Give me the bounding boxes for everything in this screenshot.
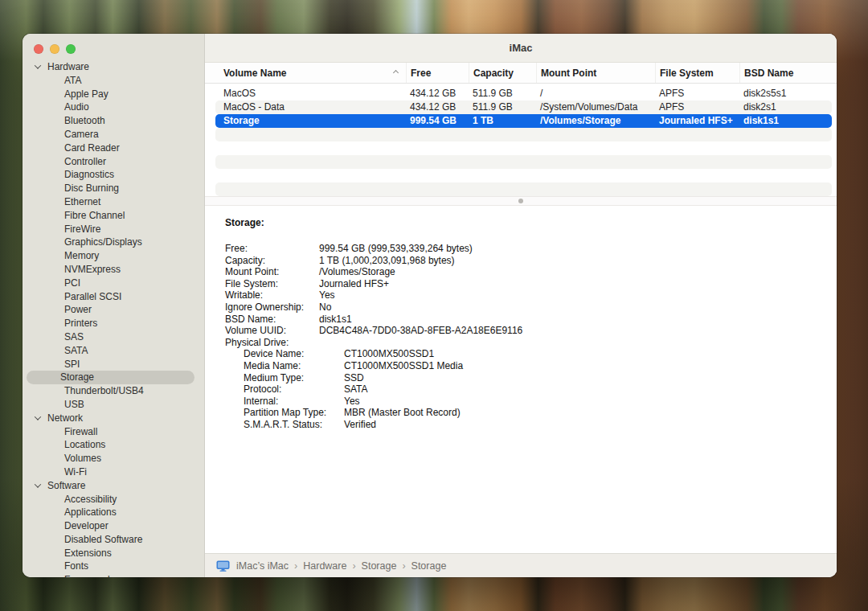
detail-row-protocol: Protocol:SATA xyxy=(244,383,821,396)
sidebar-item-diagnostics[interactable]: Diagnostics xyxy=(27,168,194,182)
detail-label: Mount Point: xyxy=(225,266,319,278)
column-header-bsd-name[interactable]: BSD Name xyxy=(739,63,832,83)
sidebar-item-frameworks[interactable]: Frameworks xyxy=(27,573,194,577)
sidebar-item-ata[interactable]: ATA xyxy=(27,74,194,88)
table-empty-row xyxy=(215,141,832,155)
column-header-free[interactable]: Free xyxy=(406,63,469,83)
chevron-down-icon xyxy=(35,413,41,420)
sidebar-item-disc-burning[interactable]: Disc Burning xyxy=(27,182,194,195)
sidebar-item-firewire[interactable]: FireWire xyxy=(27,223,194,236)
column-header-label: Mount Point xyxy=(541,68,596,79)
sidebar-item-firewall[interactable]: Firewall xyxy=(27,425,194,439)
sidebar-item-locations[interactable]: Locations xyxy=(27,438,194,452)
sidebar-item-sas[interactable]: SAS xyxy=(27,330,194,344)
detail-value: /Volumes/Storage xyxy=(319,266,395,278)
detail-row-writable: Writable:Yes xyxy=(225,289,821,301)
breadcrumb-item-imac-s-imac[interactable]: iMac’s iMac xyxy=(236,560,289,572)
zoom-button[interactable] xyxy=(66,44,76,54)
cell-capacity: 511.9 GB xyxy=(469,87,536,100)
sidebar-item-camera[interactable]: Camera xyxy=(27,128,194,141)
sidebar-item-controller[interactable]: Controller xyxy=(27,155,194,169)
pane-splitter[interactable] xyxy=(205,196,837,206)
sidebar-item-memory[interactable]: Memory xyxy=(27,249,194,263)
close-button[interactable] xyxy=(34,44,43,54)
detail-label: File System: xyxy=(225,278,319,290)
detail-label: Internal: xyxy=(244,396,344,408)
detail-label: Media Name: xyxy=(244,360,344,372)
sidebar-item-power[interactable]: Power xyxy=(27,303,194,317)
minimize-button[interactable] xyxy=(50,44,59,54)
detail-label: Volume UUID: xyxy=(225,325,319,337)
sidebar-item-storage[interactable]: Storage xyxy=(27,371,194,384)
cell-volume: MacOS - Data xyxy=(215,100,406,114)
breadcrumb-separator: › xyxy=(352,560,355,572)
sidebar-item-volumes[interactable]: Volumes xyxy=(27,452,194,465)
details-field-list: Free:999.54 GB (999,539,339,264 bytes)Ca… xyxy=(225,243,821,431)
detail-value: SATA xyxy=(344,383,368,396)
status-bar: iMac’s iMac›Hardware›Storage›Storage xyxy=(205,553,837,577)
volume-table-body: MacOS434.12 GB511.9 GB/APFSdisk2s5s1MacO… xyxy=(205,84,837,196)
sidebar-item-applications[interactable]: Applications xyxy=(27,506,194,519)
breadcrumb-separator: › xyxy=(402,560,405,572)
column-header-mount-point[interactable]: Mount Point xyxy=(536,63,655,83)
sidebar-item-spi[interactable]: SPI xyxy=(27,358,194,371)
sidebar-item-bluetooth[interactable]: Bluetooth xyxy=(27,114,194,128)
sidebar-item-sata[interactable]: SATA xyxy=(27,344,194,358)
sidebar-item-wi-fi[interactable]: Wi-Fi xyxy=(27,465,194,479)
sidebar-item-disabled-software[interactable]: Disabled Software xyxy=(27,533,194,547)
sidebar-item-printers[interactable]: Printers xyxy=(27,317,194,330)
detail-label: S.M.A.R.T. Status: xyxy=(244,419,344,431)
sidebar-item-card-reader[interactable]: Card Reader xyxy=(27,141,194,155)
cell-capacity: 511.9 GB xyxy=(469,100,536,114)
sidebar-item-pci[interactable]: PCI xyxy=(27,277,194,290)
sidebar-section-label: Network xyxy=(47,411,83,424)
sidebar-section-network[interactable]: Network xyxy=(23,412,204,425)
sidebar-item-accessibility[interactable]: Accessibility xyxy=(27,493,194,506)
sidebar-item-usb[interactable]: USB xyxy=(27,398,194,412)
cell-mount: /Volumes/Storage xyxy=(536,114,655,128)
detail-row-ignore-ownership: Ignore Ownership:No xyxy=(225,301,821,314)
breadcrumb-item-hardware[interactable]: Hardware xyxy=(303,560,346,572)
computer-icon xyxy=(216,560,230,572)
sidebar-section-hardware[interactable]: Hardware xyxy=(23,60,204,74)
detail-row-bsd-name: BSD Name:disk1s1 xyxy=(225,314,821,326)
detail-value: 1 TB (1,000,203,091,968 bytes) xyxy=(319,255,455,267)
breadcrumb-item-storage[interactable]: Storage xyxy=(411,560,447,572)
system-information-window: HardwareATAApple PayAudioBluetoothCamera… xyxy=(23,34,837,577)
detail-label: Free: xyxy=(225,243,319,255)
table-row-macos-data[interactable]: MacOS - Data434.12 GB511.9 GB/System/Vol… xyxy=(215,100,832,114)
detail-label: Ignore Ownership: xyxy=(225,301,319,314)
sidebar-item-extensions[interactable]: Extensions xyxy=(27,547,194,560)
sidebar-section-software[interactable]: Software xyxy=(23,479,204,493)
detail-label: Device Name: xyxy=(244,348,344,360)
detail-value: Verified xyxy=(344,419,376,431)
table-row-macos[interactable]: MacOS434.12 GB511.9 GB/APFSdisk2s5s1 xyxy=(215,87,832,100)
column-header-file-system[interactable]: File System xyxy=(655,63,739,83)
column-header-volume-name[interactable]: Volume Name xyxy=(215,63,406,83)
table-row-storage[interactable]: Storage999.54 GB1 TB/Volumes/StorageJour… xyxy=(215,114,832,128)
sidebar-item-apple-pay[interactable]: Apple Pay xyxy=(27,88,194,101)
detail-row-internal: Internal:Yes xyxy=(244,396,821,408)
desktop-background: { "window": { "title": "iMac" }, "sideba… xyxy=(0,0,868,611)
cell-bsd: disk2s5s1 xyxy=(739,87,832,100)
sidebar-item-thunderbolt-usb4[interactable]: Thunderbolt/USB4 xyxy=(27,384,194,398)
sidebar-item-fonts[interactable]: Fonts xyxy=(27,560,194,573)
sidebar-item-graphics-displays[interactable]: Graphics/Displays xyxy=(27,236,194,249)
breadcrumb-item-storage[interactable]: Storage xyxy=(362,560,397,572)
sidebar-item-developer[interactable]: Developer xyxy=(27,519,194,533)
sidebar-item-fibre-channel[interactable]: Fibre Channel xyxy=(27,209,194,223)
sidebar-item-nvmexpress[interactable]: NVMExpress xyxy=(27,263,194,277)
sidebar-item-ethernet[interactable]: Ethernet xyxy=(27,195,194,209)
detail-label: Protocol: xyxy=(244,383,344,396)
sidebar-item-parallel-scsi[interactable]: Parallel SCSI xyxy=(27,290,194,304)
detail-label: Capacity: xyxy=(225,255,319,267)
detail-row-device-name: Device Name:CT1000MX500SSD1 xyxy=(244,348,821,360)
column-header-label: BSD Name xyxy=(744,68,793,79)
detail-value: DCB4C48A-7DD0-38AD-8FEB-A2A18E6E9116 xyxy=(319,325,522,337)
cell-free: 999.54 GB xyxy=(406,114,469,128)
title-bar[interactable]: iMac xyxy=(205,34,837,63)
cell-volume: MacOS xyxy=(215,87,406,100)
column-header-capacity[interactable]: Capacity xyxy=(469,63,536,83)
detail-value: Yes xyxy=(319,289,335,301)
sidebar-item-audio[interactable]: Audio xyxy=(27,100,194,114)
